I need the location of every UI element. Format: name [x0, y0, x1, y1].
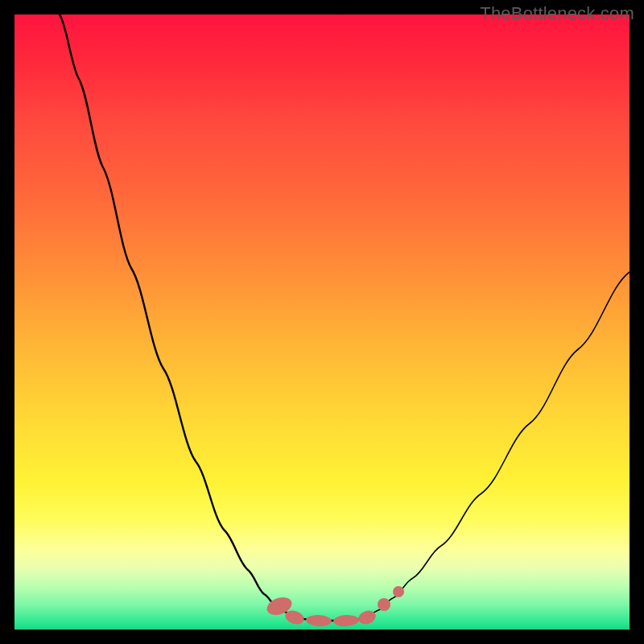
series-left-branch [60, 14, 292, 616]
chart-container: TheBottleneck.com [0, 0, 644, 644]
bead-marker [306, 614, 332, 627]
curve-paths [60, 14, 630, 621]
series-right-branch [365, 272, 630, 618]
bead-marker [393, 586, 404, 597]
plot-area [14, 14, 630, 630]
bead-marker [378, 598, 390, 611]
curve-layer [14, 14, 630, 630]
watermark-label: TheBottleneck.com [480, 3, 634, 24]
bead-markers [265, 586, 404, 627]
bead-marker [357, 609, 378, 627]
bead-marker [333, 614, 360, 627]
